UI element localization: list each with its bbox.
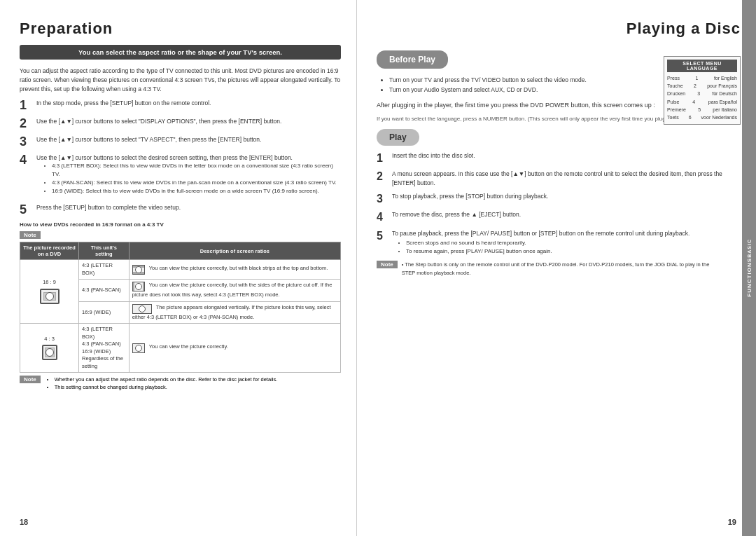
bottom-note: Note Whether you can adjust the aspect r… xyxy=(20,376,341,392)
play-step-3-num: 3 xyxy=(377,192,388,205)
select-menu-lang-title: SELECT MENU LANGUAGE xyxy=(667,60,737,72)
circle-ps xyxy=(135,283,142,290)
source-43: 4 : 3 xyxy=(20,324,79,373)
step-4-text: Use the [▲▼] cursor buttons to select th… xyxy=(36,154,293,161)
desc-43-text: You can view the picture correctly. xyxy=(149,343,228,350)
play-bullet-2: To resume again, press [PLAY/ PAUSE] but… xyxy=(406,247,724,256)
play-bullet-1: Screen stops and no sound is heard tempo… xyxy=(406,239,724,247)
play-step-4: 4 To remove the disc, press the ▲ [EJECT… xyxy=(377,210,724,224)
lang-row-5: Premere5per Italiano xyxy=(667,106,737,114)
setting-wide: 16:9 (WIDE) xyxy=(79,301,130,324)
play-step-5-num: 5 xyxy=(377,229,388,242)
desc-wide-text: The picture appears elongated vertically… xyxy=(132,304,331,320)
step-3-text: Use the [▲▼] cursor buttons to select "T… xyxy=(36,135,341,144)
desc-wide: The picture appears elongated vertically… xyxy=(129,301,340,324)
play-step-4-text: To remove the disc, press the ▲ [EJECT] … xyxy=(392,210,724,219)
lang-row-2: Touche2pour Français xyxy=(667,82,737,90)
right-note-row: Note • The Step button is only on the re… xyxy=(377,261,724,277)
play-step-2: 2 A menu screen appears. In this case us… xyxy=(377,170,724,188)
left-page-title: Preparation xyxy=(20,20,341,38)
setting-43: 4:3 (LETTER BOX) 4:3 (PAN-SCAN) 16:9 (WI… xyxy=(79,324,130,373)
bottom-note-list: Whether you can adjust the aspect ratio … xyxy=(46,376,278,392)
play-step-4-num: 4 xyxy=(377,210,388,224)
lang-row-1: Press1for English xyxy=(667,74,737,82)
play-step-1: 1 Insert the disc into the disc slot. xyxy=(377,151,724,165)
step-1: 1 In the stop mode, press the [SETUP] bu… xyxy=(20,99,341,113)
right-page: Playing a Disc SELECT MENU LANGUAGE Pres… xyxy=(357,0,756,536)
tv-circle-icon xyxy=(46,292,54,301)
aspect-ratio-table: The picture recorded on a DVD This unit'… xyxy=(20,242,341,373)
step-2: 2 Use the [▲▼] cursor buttons to select … xyxy=(20,117,341,131)
desc-43: You can view the picture correctly. xyxy=(129,324,340,373)
step4-bullet-3: 16:9 (WIDE): Select this to view wide DV… xyxy=(52,187,341,195)
tv-circle-43 xyxy=(46,348,54,357)
bottom-bullet-2: This setting cannot be changed during pl… xyxy=(55,383,278,391)
table-row-169-lb: 16 : 9 4:3 (LETTER BOX) xyxy=(20,260,341,280)
lang-row-6: Toets6voor Nederlands xyxy=(667,114,737,121)
right-page-title: Playing a Disc xyxy=(626,20,741,38)
step4-bullet-1: 4:3 (LETTER BOX): Select this to view wi… xyxy=(52,162,341,179)
circle-43 xyxy=(135,345,142,352)
page-num-left: 18 xyxy=(20,518,28,526)
col-header-setting: This unit's setting xyxy=(79,242,130,260)
play-header: Play xyxy=(377,129,419,146)
setting-ps: 4:3 (PAN-SCAN) xyxy=(79,280,130,302)
play-steps: 1 Insert the disc into the disc slot. 2 … xyxy=(377,151,724,256)
page-spread: Preparation You can select the aspect ra… xyxy=(0,0,756,536)
functions-label-basic: BASIC xyxy=(747,236,752,258)
step-5-num: 5 xyxy=(20,203,32,217)
col-header-source: The picture recorded on a DVD xyxy=(20,242,79,260)
step-3: 3 Use the [▲▼] cursor buttons to select … xyxy=(20,135,341,149)
step-2-num: 2 xyxy=(20,117,32,131)
right-note-text: • The Step button is only on the remote … xyxy=(402,261,724,277)
before-play-header: Before Play xyxy=(377,50,448,69)
play-step-5-text: To pause playback, press the [PLAY/ PAUS… xyxy=(392,230,690,237)
circle-lb xyxy=(135,266,142,273)
step-2-text: Use the [▲▼] cursor buttons to select "D… xyxy=(36,117,341,126)
step-3-num: 3 xyxy=(20,135,32,149)
step-4: 4 Use the [▲▼] cursor buttons to select … xyxy=(20,153,341,200)
step-4-num: 4 xyxy=(20,153,32,167)
lang-row-3: Drucken3für Deutsch xyxy=(667,90,737,97)
table-row-43: 4 : 3 4:3 (LETTER BOX) 4:3 (PAN-SCAN) 16… xyxy=(20,324,341,373)
bottom-note-label: Note xyxy=(20,376,41,383)
play-step-3: 3 To stop playback, press the [STOP] but… xyxy=(377,192,724,205)
note-section: How to view DVDs recorded in 16:9 format… xyxy=(20,221,341,392)
right-note-label: Note xyxy=(377,261,398,268)
play-step-3-text: To stop playback, press the [STOP] butto… xyxy=(392,192,724,201)
highlight-banner: You can select the aspect ratio or the s… xyxy=(20,45,341,60)
step-5-text: Press the [SETUP] button to complete the… xyxy=(36,203,341,212)
play-step-1-text: Insert the disc into the disc slot. xyxy=(392,151,724,160)
play-step-2-num: 2 xyxy=(377,170,388,183)
functions-sidebar: BASIC FUNCTIONS xyxy=(742,0,756,536)
desc-lb: You can view the picture correctly, but … xyxy=(129,260,340,280)
left-page: Preparation You can select the aspect ra… xyxy=(0,0,357,536)
play-step-5: 5 To pause playback, press the [PLAY/ PA… xyxy=(377,229,724,256)
desc-lb-text: You can view the picture correctly, but … xyxy=(149,265,328,271)
note-table-title: How to view DVDs recorded in 16:9 format… xyxy=(20,221,341,228)
bottom-bullet-1: Whether you can adjust the aspect ratio … xyxy=(55,376,278,383)
step-5: 5 Press the [SETUP] button to complete t… xyxy=(20,203,341,217)
circle-wide xyxy=(139,305,146,312)
desc-ps-text: You can view the picture correctly, but … xyxy=(132,282,332,298)
play-bullets: Screen stops and no sound is heard tempo… xyxy=(392,239,724,256)
functions-label-functions: FUNCTIONS xyxy=(746,258,752,300)
note-label-top: Note xyxy=(20,231,41,239)
lang-row-4: Pulse4para Español xyxy=(667,98,737,106)
select-menu-lang-box: SELECT MENU LANGUAGE Press1for English T… xyxy=(664,56,741,125)
intro-text: You can adjust the aspect ratio accordin… xyxy=(20,67,341,93)
play-step-2-text: A menu screen appears. In this case use … xyxy=(392,170,724,188)
col-header-desc: Description of screen ratios xyxy=(129,242,340,260)
desc-ps: You can view the picture correctly, but … xyxy=(129,280,340,302)
page-num-right: 19 xyxy=(728,518,736,526)
play-step-1-num: 1 xyxy=(377,151,388,165)
step4-bullet-2: 4:3 (PAN-SCAN): Select this to view wide… xyxy=(52,179,341,187)
source-169: 16 : 9 xyxy=(20,260,79,324)
step-1-text: In the stop mode, press the [SETUP] butt… xyxy=(36,99,341,108)
step-1-num: 1 xyxy=(20,99,32,113)
setting-lb: 4:3 (LETTER BOX) xyxy=(79,260,130,280)
